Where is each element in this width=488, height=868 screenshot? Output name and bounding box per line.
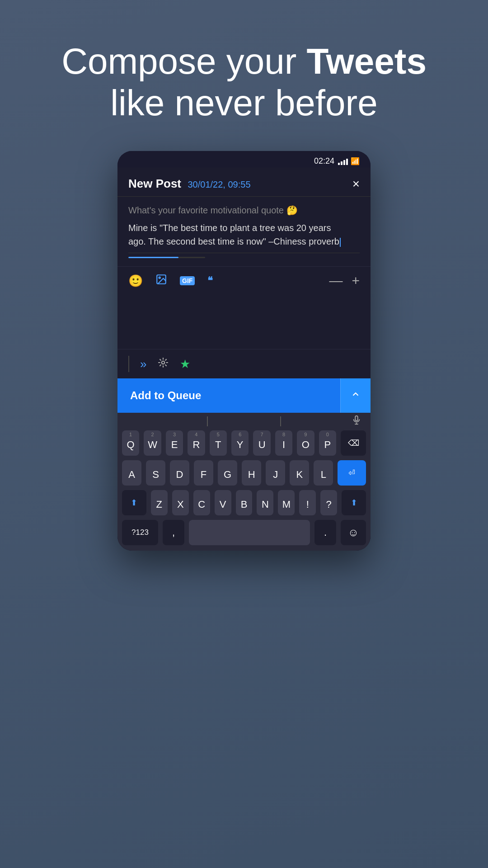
- add-to-queue-button[interactable]: Add to Queue: [117, 378, 340, 413]
- key-y[interactable]: 6Y: [231, 430, 249, 456]
- keyboard-top-bar: [117, 413, 371, 428]
- key-numsym[interactable]: ?123: [122, 520, 158, 545]
- char-progress-fill: [128, 257, 178, 258]
- bottom-divider: [128, 356, 129, 372]
- key-emoji[interactable]: ☺: [341, 520, 366, 545]
- key-s[interactable]: S: [146, 460, 165, 486]
- key-f[interactable]: F: [194, 460, 213, 486]
- key-space[interactable]: [189, 520, 310, 545]
- status-bar: 02:24 📶: [117, 151, 371, 168]
- key-n[interactable]: N: [257, 490, 273, 515]
- key-period[interactable]: .: [314, 520, 336, 545]
- cursor-line-left: [207, 416, 208, 426]
- key-j[interactable]: J: [266, 460, 285, 486]
- close-button[interactable]: ×: [352, 178, 360, 190]
- key-v[interactable]: V: [215, 490, 231, 515]
- key-i[interactable]: 8I: [275, 430, 292, 456]
- key-x[interactable]: X: [172, 490, 189, 515]
- svg-point-2: [162, 361, 165, 364]
- key-z[interactable]: Z: [151, 490, 168, 515]
- headline-line1: Compose your Tweets: [61, 41, 427, 82]
- image-button[interactable]: [155, 274, 167, 288]
- key-enter[interactable]: ⏎: [338, 460, 366, 486]
- key-k[interactable]: K: [290, 460, 309, 486]
- key-m[interactable]: M: [278, 490, 295, 515]
- favorites-button[interactable]: ★: [180, 357, 190, 371]
- compose-toolbar: 🙂 GIF ❝ — +: [117, 266, 371, 295]
- mic-icon[interactable]: [352, 415, 361, 428]
- empty-compose-area: [117, 295, 371, 349]
- key-t[interactable]: 5T: [210, 430, 227, 456]
- key-h[interactable]: H: [242, 460, 261, 486]
- key-b[interactable]: B: [236, 490, 253, 515]
- key-backspace[interactable]: ⌫: [341, 430, 366, 456]
- key-w[interactable]: 2W: [144, 430, 161, 456]
- compose-area[interactable]: What's your favorite motivational quote …: [117, 197, 371, 266]
- key-r[interactable]: 4R: [188, 430, 205, 456]
- key-g[interactable]: G: [218, 460, 237, 486]
- key-o[interactable]: 9O: [297, 430, 314, 456]
- headline: Compose your Tweets like never before: [61, 41, 427, 124]
- key-c[interactable]: C: [193, 490, 210, 515]
- cursor-lines: [207, 416, 281, 426]
- key-a[interactable]: A: [122, 460, 141, 486]
- svg-rect-3: [355, 416, 358, 421]
- keyboard-bottom-row: ?123 , . ☺: [117, 518, 371, 551]
- phone-mockup: 02:24 📶 New Post 30/01/22, 09:55 × What'…: [117, 151, 371, 551]
- keyboard: 1Q 2W 3E 4R 5T 6Y 7U 8I 9O 0P ⌫ A S D F …: [117, 413, 371, 551]
- forward-button[interactable]: »: [140, 357, 146, 371]
- key-p[interactable]: 0P: [319, 430, 336, 456]
- status-time: 02:24: [314, 156, 334, 166]
- text-cursor: [340, 238, 341, 247]
- signal-icon: [338, 158, 348, 165]
- key-q[interactable]: 1Q: [122, 430, 139, 456]
- key-d[interactable]: D: [170, 460, 189, 486]
- post-title: New Post: [128, 177, 181, 190]
- key-l[interactable]: L: [314, 460, 333, 486]
- key-comma[interactable]: ,: [163, 520, 184, 545]
- key-e[interactable]: 3E: [166, 430, 183, 456]
- post-date: 30/01/22, 09:55: [188, 179, 250, 189]
- key-shift-right[interactable]: ⬆: [342, 490, 366, 515]
- headline-line2: like never before: [61, 82, 427, 124]
- toolbar-right: — +: [329, 273, 360, 288]
- char-progress-area: [128, 253, 360, 258]
- compose-text[interactable]: Mine is "The best time to plant a tree w…: [128, 221, 360, 248]
- gif-button[interactable]: GIF: [180, 276, 195, 285]
- status-icons: 📶: [338, 157, 360, 165]
- bottom-toolbar: » ★: [117, 349, 371, 378]
- queue-button-container: Add to Queue: [117, 378, 371, 413]
- compose-placeholder: What's your favorite motivational quote …: [128, 205, 360, 216]
- key-u[interactable]: 7U: [253, 430, 270, 456]
- keyboard-row-1: 1Q 2W 3E 4R 5T 6Y 7U 8I 9O 0P ⌫: [117, 428, 371, 458]
- char-progress-bar: [128, 257, 205, 258]
- app-content: New Post 30/01/22, 09:55 × What's your f…: [117, 168, 371, 551]
- plugin-button[interactable]: [157, 357, 169, 372]
- key-question[interactable]: ?: [320, 490, 337, 515]
- keyboard-row-3: ⬆ Z X C V B N M ! ? ⬆: [117, 488, 371, 518]
- svg-point-1: [159, 277, 160, 278]
- key-exclaim[interactable]: !: [299, 490, 316, 515]
- emoji-button[interactable]: 🙂: [128, 274, 143, 288]
- key-shift-left[interactable]: ⬆: [122, 490, 146, 515]
- plus-button[interactable]: +: [352, 273, 360, 288]
- post-header: New Post 30/01/22, 09:55 ×: [117, 168, 371, 197]
- post-title-area: New Post 30/01/22, 09:55: [128, 177, 251, 191]
- wifi-icon: 📶: [351, 157, 360, 165]
- keyboard-row-2: A S D F G H J K L ⏎: [117, 458, 371, 488]
- quote-button[interactable]: ❝: [207, 275, 213, 287]
- toolbar-left: 🙂 GIF ❝: [128, 274, 213, 288]
- cursor-line-right: [280, 416, 281, 426]
- queue-chevron-button[interactable]: [340, 378, 371, 413]
- minus-button[interactable]: —: [329, 273, 343, 288]
